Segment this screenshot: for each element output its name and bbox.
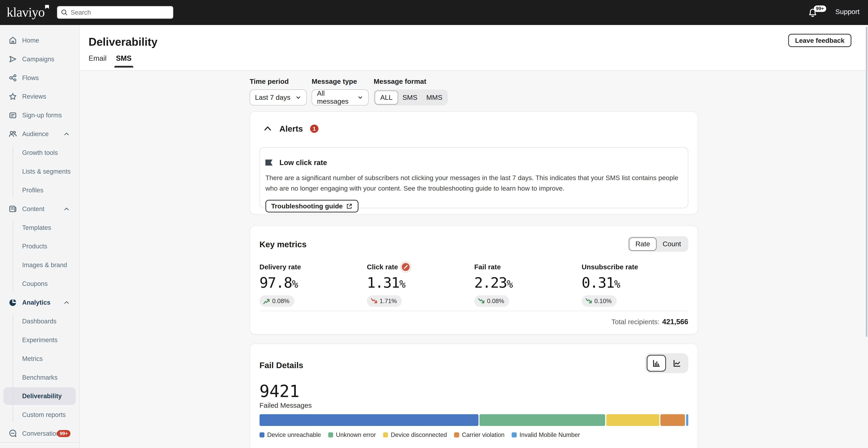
- message-type-label: Message type: [312, 78, 369, 86]
- metrics-divider: [259, 311, 688, 311]
- legend-item-invalid-mobile-number: Invalid Mobile Number: [512, 431, 580, 439]
- sidebar-item-flows[interactable]: Flows: [0, 68, 79, 87]
- metric-value-unit: %: [614, 278, 620, 290]
- bar-segment-carrier-violation[interactable]: [660, 414, 685, 426]
- channel-tabs: Email SMS: [89, 54, 131, 67]
- bar-chart-view-button[interactable]: [647, 355, 666, 371]
- metric-value-number: 0.31: [582, 274, 614, 291]
- metric-label: Delivery rate: [259, 263, 367, 271]
- sidebar-item-products[interactable]: Products: [0, 237, 79, 256]
- page-scrollbar[interactable]: [866, 27, 868, 337]
- metric-change-value: 0.10%: [594, 298, 612, 305]
- bar-segment-invalid-mobile-number[interactable]: [686, 414, 688, 426]
- metric-value-number: 1.31: [367, 274, 399, 291]
- sidebar-item-benchmarks[interactable]: Benchmarks: [0, 368, 79, 387]
- leave-feedback-button[interactable]: Leave feedback: [788, 34, 851, 47]
- sidebar-item-lists-and-segments[interactable]: Lists & segments: [0, 162, 79, 181]
- sidebar-item-deliverability[interactable]: Deliverability: [0, 387, 79, 406]
- sidebar-item-metrics[interactable]: Metrics: [0, 349, 79, 368]
- tab-email[interactable]: Email: [89, 54, 106, 67]
- sidebar-item-experiments[interactable]: Experiments: [0, 331, 79, 349]
- metric-value: 0.31%: [582, 274, 689, 291]
- external-link-icon: [346, 203, 352, 210]
- metric-unsubscribe-rate: Unsubscribe rate0.31%0.10%: [582, 263, 689, 307]
- bar-segment-unknown-error[interactable]: [479, 414, 605, 426]
- sidebar-item-analytics[interactable]: Analytics: [0, 293, 79, 312]
- tab-sms[interactable]: SMS: [116, 54, 131, 67]
- support-link[interactable]: Support: [835, 8, 860, 16]
- sidebar-item-label: Home: [22, 37, 39, 44]
- bar-segment-device-unreachable[interactable]: [259, 414, 478, 426]
- failed-messages-count: 9421: [259, 382, 300, 401]
- fail-details-card: Fail Details 9421 Failed Messages Device…: [250, 344, 698, 448]
- sidebar-item-label: Analytics: [22, 299, 50, 306]
- bar-segment-device-disconnected[interactable]: [606, 414, 659, 426]
- sidebar-item-templates[interactable]: Templates: [0, 218, 79, 237]
- klaviyo-logo[interactable]: klaviyo: [7, 4, 49, 20]
- metric-change-pill: 1.71%: [367, 295, 402, 307]
- sidebar-navigation: HomeCampaignsFlowsReviewsSign-up formsAu…: [0, 25, 80, 448]
- time-period-value: Last 7 days: [255, 94, 290, 101]
- sidebar-item-label: Growth tools: [22, 149, 58, 156]
- notifications-button[interactable]: 99+: [808, 5, 824, 21]
- legend-label: Device unreachable: [267, 431, 321, 439]
- metric-change-pill: 0.10%: [582, 295, 617, 307]
- alert-description: There are a significant number of subscr…: [266, 173, 682, 194]
- format-option-sms[interactable]: SMS: [398, 91, 422, 104]
- sidebar-item-label: Flows: [22, 74, 39, 82]
- sidebar-item-label: Products: [22, 243, 47, 250]
- global-search[interactable]: [57, 6, 173, 19]
- search-input[interactable]: [71, 9, 169, 16]
- time-period-select[interactable]: Last 7 days: [250, 89, 307, 106]
- sidebar-item-growth-tools[interactable]: Growth tools: [0, 143, 79, 162]
- toggle-count[interactable]: Count: [656, 238, 687, 250]
- sidebar-item-label: Profiles: [22, 186, 43, 194]
- sidebar-item-profiles[interactable]: Profiles: [0, 181, 79, 200]
- metric-change-value: 0.08%: [272, 298, 289, 305]
- top-navigation-bar: klaviyo 99+ Support: [0, 0, 868, 25]
- sidebar-item-custom-reports[interactable]: Custom reports: [0, 406, 79, 424]
- sidebar-item-campaigns[interactable]: Campaigns: [0, 50, 79, 68]
- sidebar-item-coupons[interactable]: Coupons: [0, 274, 79, 293]
- sidebar-item-home[interactable]: Home: [0, 31, 79, 50]
- legend-item-device-unreachable: Device unreachable: [259, 431, 321, 439]
- sidebar-item-content[interactable]: Content: [0, 200, 79, 218]
- metric-label: Unsubscribe rate: [582, 263, 689, 271]
- trend-down-icon: [371, 298, 377, 304]
- star-icon: [8, 92, 17, 101]
- trend-up-icon: [263, 298, 270, 304]
- sidebar-item-audience[interactable]: Audience: [0, 125, 79, 143]
- toggle-rate[interactable]: Rate: [629, 237, 656, 251]
- sidebar-item-sign-up-forms[interactable]: Sign-up forms: [0, 106, 79, 125]
- notifications-count-badge: 99+: [814, 5, 826, 12]
- chart-type-toggle: [645, 353, 688, 373]
- key-metrics-card: Key metrics Rate Count Delivery rate97.8…: [250, 226, 698, 335]
- sidebar-item-label: Campaigns: [22, 56, 54, 63]
- sidebar-item-label: Custom reports: [22, 411, 66, 419]
- alert-item-header: Low click rate: [266, 157, 682, 167]
- time-period-label: Time period: [250, 78, 307, 86]
- flag-icon: [266, 159, 273, 166]
- message-type-select[interactable]: All messages: [312, 89, 369, 106]
- sidebar-item-dashboards[interactable]: Dashboards: [0, 312, 79, 331]
- sidebar-item-label: Sign-up forms: [22, 112, 62, 119]
- troubleshooting-guide-button[interactable]: Troubleshooting guide: [266, 200, 359, 212]
- failed-messages-label: Failed Messages: [259, 401, 312, 410]
- pie-icon: [8, 298, 17, 307]
- line-chart-view-button[interactable]: [667, 355, 686, 371]
- home-icon: [8, 36, 17, 45]
- legend-item-carrier-violation: Carrier violation: [454, 431, 504, 439]
- format-option-mms[interactable]: MMS: [422, 91, 447, 104]
- legend-label: Unknown error: [336, 431, 376, 439]
- metric-label-text: Fail rate: [474, 263, 501, 271]
- sidebar-item-images-and-brand[interactable]: Images & brand: [0, 256, 79, 274]
- sidebar-item-reviews[interactable]: Reviews: [0, 87, 79, 106]
- metric-value-unit: %: [292, 278, 298, 290]
- bar-chart-icon: [652, 359, 661, 368]
- format-option-all[interactable]: ALL: [375, 91, 398, 104]
- page-header: Deliverability Email SMS Leave feedback: [80, 25, 868, 71]
- collapse-chevron-up-icon[interactable]: [263, 124, 272, 133]
- sidebar-item-conversations[interactable]: Conversations99+: [0, 424, 79, 443]
- conversations-count-badge: 99+: [57, 430, 70, 437]
- message-format-filter: Message format ALLSMSMMS: [374, 78, 448, 106]
